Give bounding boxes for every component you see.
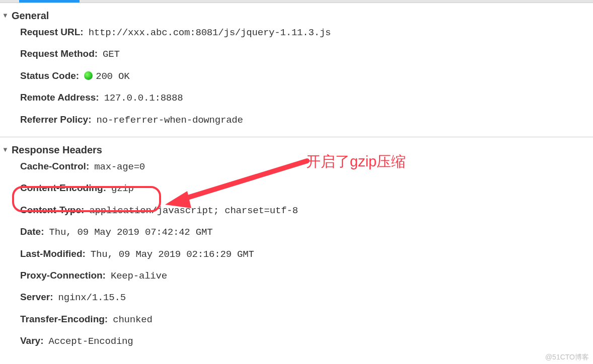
header-key: Vary:: [20, 333, 43, 348]
header-key: Proxy-Connection:: [20, 268, 106, 283]
section-title: General: [12, 10, 49, 22]
watermark: @51CTO博客: [545, 353, 589, 362]
header-value: no-referrer-when-downgrade: [97, 113, 243, 128]
header-value: max-age=0: [94, 159, 145, 174]
header-key: Cache-Control:: [20, 159, 89, 174]
header-row: Last-Modified: Thu, 09 May 2019 02:16:29…: [0, 243, 593, 265]
header-row: Request Method: GET: [0, 43, 593, 65]
header-key: Referrer Policy:: [20, 112, 92, 127]
chevron-down-icon: ▼: [2, 12, 9, 19]
header-value: 200 OK: [84, 69, 129, 84]
header-row: Date: Thu, 09 May 2019 07:42:42 GMT: [0, 221, 593, 243]
header-value: GET: [103, 47, 120, 62]
header-key: Content-Encoding:: [20, 180, 106, 196]
status-ok-icon: [84, 71, 93, 80]
header-row: Content-Type: application/javascript; ch…: [0, 200, 593, 221]
header-value: application/javascript; charset=utf-8: [89, 203, 298, 218]
header-key: Request Method:: [20, 46, 98, 61]
header-row: Referrer Policy: no-referrer-when-downgr…: [0, 109, 593, 131]
header-value: 127.0.0.1:8888: [104, 90, 183, 106]
status-text: 200 OK: [96, 71, 129, 82]
section-header-general[interactable]: ▼ General: [0, 10, 593, 22]
header-row: Vary: Accept-Encoding: [0, 330, 593, 352]
chevron-down-icon: ▼: [2, 146, 9, 153]
header-value: http://xxx.abc.com:8081/js/jquery-1.11.3…: [89, 25, 331, 40]
header-row: Request URL: http://xxx.abc.com:8081/js/…: [0, 22, 593, 43]
header-value: Thu, 09 May 2019 07:42:42 GMT: [49, 225, 213, 240]
header-row: Cache-Control: max-age=0: [0, 156, 593, 177]
header-row: Proxy-Connection: Keep-alive: [0, 265, 593, 287]
header-value: Keep-alive: [111, 268, 167, 284]
section-title: Response Headers: [12, 144, 102, 156]
header-key: Content-Type:: [20, 203, 84, 218]
header-value: nginx/1.15.5: [58, 290, 126, 305]
header-row: Remote Address: 127.0.0.1:8888: [0, 87, 593, 109]
header-key: Remote Address:: [20, 90, 99, 105]
header-key: Date:: [20, 224, 44, 239]
active-tab-indicator: [19, 0, 80, 3]
header-row: Status Code: 200 OK: [0, 65, 593, 87]
header-key: Status Code:: [20, 68, 79, 83]
section-header-response[interactable]: ▼ Response Headers: [0, 144, 593, 156]
section-general: ▼ General Request URL: http://xxx.abc.co…: [0, 3, 593, 137]
tab-bar: [0, 0, 593, 3]
section-response-headers: ▼ Response Headers Cache-Control: max-ag…: [0, 137, 593, 358]
header-key: Transfer-Encoding:: [20, 312, 108, 327]
header-key: Request URL:: [20, 25, 84, 40]
header-row: Transfer-Encoding: chunked: [0, 309, 593, 330]
header-key: Last-Modified:: [20, 246, 86, 261]
header-value: Accept-Encoding: [48, 334, 133, 349]
header-row: Server: nginx/1.15.5: [0, 287, 593, 308]
header-row-content-encoding: Content-Encoding: gzip: [0, 177, 593, 199]
header-key: Server:: [20, 290, 53, 305]
header-value: Thu, 09 May 2019 02:16:29 GMT: [91, 247, 254, 262]
header-value: chunked: [113, 312, 152, 327]
header-value: gzip: [111, 181, 134, 196]
